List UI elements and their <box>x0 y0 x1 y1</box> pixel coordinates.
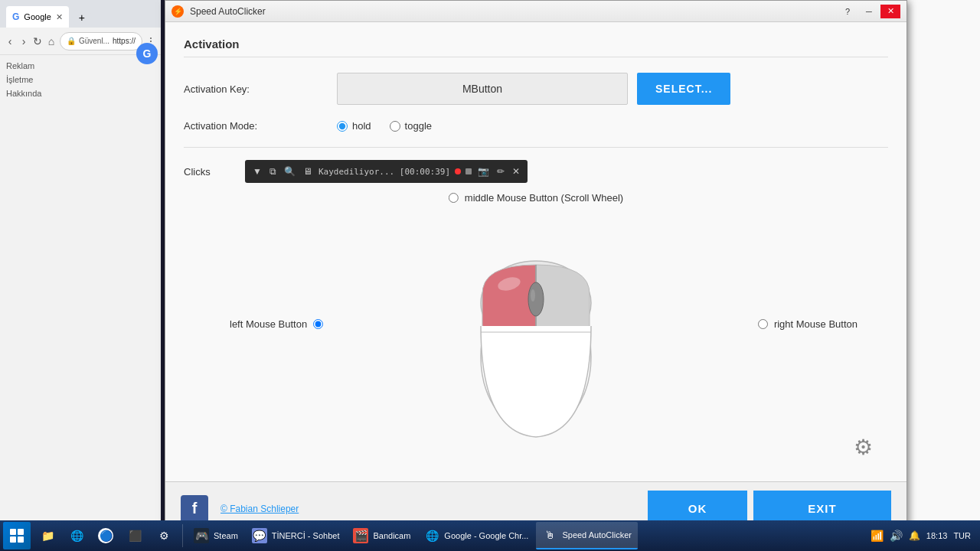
svg-point-4 <box>531 289 535 302</box>
windows-logo <box>10 529 24 543</box>
key-value: MButton <box>462 83 502 95</box>
taskbar-steam[interactable]: 🎮 Steam <box>188 522 244 549</box>
middle-mouse-option: middle Mouse Button (Scroll Wheel) <box>449 192 623 204</box>
footer-link[interactable]: © Fabian Schlieper <box>220 504 299 514</box>
taskbar-cmd[interactable]: ⬛ <box>121 522 149 549</box>
zoom-button[interactable]: 🔍 <box>283 165 297 178</box>
clicks-row: Clicks ▼ ⧉ 🔍 🖥 Kaydediliyor... [00:00:39… <box>184 160 888 183</box>
right-mouse-label: right Mouse Button <box>774 318 858 330</box>
taskbar-time: 18:13 <box>926 531 948 540</box>
activation-key-row: Activation Key: MButton SELECT... <box>184 73 888 105</box>
hold-radio[interactable] <box>337 121 348 132</box>
home-button[interactable]: ⌂ <box>46 33 57 50</box>
browser-tab-close[interactable]: ✕ <box>56 12 63 22</box>
taskbar-bandicam[interactable]: 🎬 Bandicam <box>347 522 416 549</box>
autoclicker-label: Speed AutoClicker <box>562 530 632 540</box>
time-display: 18:13 <box>926 531 948 540</box>
notification-icon: 🔔 <box>909 530 920 541</box>
user-avatar: G <box>136 43 158 64</box>
security-text: Güvenl... <box>79 37 109 45</box>
tinerci-icon: 💬 <box>252 528 267 543</box>
explorer-icon: 📁 <box>40 528 55 543</box>
activation-key-label: Activation Key: <box>184 83 337 95</box>
bandicam-label: Bandicam <box>373 531 410 540</box>
screen-button[interactable]: 🖥 <box>302 165 314 178</box>
address-text: https:// <box>113 37 136 45</box>
background-browser: G Google ✕ + ‹ › ↻ ⌂ 🔒 Güvenl... https:/… <box>0 0 161 551</box>
footer-left: f © Fabian Schlieper <box>181 495 299 523</box>
dropdown-button[interactable]: ▼ <box>251 165 263 178</box>
close-recording-button[interactable]: ✕ <box>511 165 521 178</box>
lock-icon: 🔒 <box>67 37 76 45</box>
copy-button[interactable]: ⧉ <box>268 165 278 178</box>
stop-button[interactable] <box>466 168 472 174</box>
hold-label: hold <box>352 120 371 132</box>
forward-button[interactable]: › <box>18 33 29 50</box>
steam-icon: 🎮 <box>194 528 209 543</box>
activation-mode-label: Activation Mode: <box>184 120 337 132</box>
facebook-icon[interactable]: f <box>181 495 208 523</box>
taskbar-google-chrome[interactable]: 🌐 Google - Google Chr... <box>418 522 534 549</box>
taskbar-ie[interactable]: 🌐 <box>63 522 90 549</box>
toggle-radio[interactable] <box>390 121 400 132</box>
right-mouse-radio[interactable] <box>758 319 768 329</box>
address-bar[interactable]: 🔒 Güvenl... https:// <box>60 32 142 51</box>
key-display: MButton <box>337 73 628 105</box>
browser-tab-title: Google <box>24 12 51 21</box>
section-divider <box>184 147 888 148</box>
google-chrome-icon: 🌐 <box>424 528 439 543</box>
browser-content: Reklam İşletme Hakkında <box>0 55 161 109</box>
select-button[interactable]: SELECT... <box>637 73 730 105</box>
ie-icon: 🌐 <box>69 528 84 543</box>
start-button[interactable] <box>3 522 31 549</box>
taskbar: 📁 🌐 🔵 ⬛ ⚙ 🎮 Steam 💬 TİNERCİ - Sohbet 🎬 B… <box>0 520 980 551</box>
app-content: Activation Activation Key: MButton SELEC… <box>165 22 906 481</box>
chrome-icon: 🔵 <box>98 528 113 543</box>
gear-icon[interactable]: ⚙ <box>854 435 873 460</box>
taskbar-sys-tray: 📶 🔊 🔔 18:13 TUR <box>864 530 977 542</box>
steam-label: Steam <box>214 531 238 540</box>
hold-option[interactable]: hold <box>337 120 371 132</box>
volume-icon: 🔊 <box>890 530 903 542</box>
middle-mouse-radio[interactable] <box>449 193 459 203</box>
activation-key-controls: MButton SELECT... <box>337 73 888 105</box>
taskbar-explorer[interactable]: 📁 <box>34 522 61 549</box>
app-icon: ⚡ <box>172 5 184 18</box>
tinerci-label: TİNERCİ - Sohbet <box>272 531 340 540</box>
close-button[interactable]: ✕ <box>880 5 900 18</box>
autoclicker-icon: 🖱 <box>542 527 557 543</box>
edit-button[interactable]: ✏ <box>495 165 506 178</box>
right-mouse-option: right Mouse Button <box>758 318 858 330</box>
taskbar-autoclicker[interactable]: 🖱 Speed AutoClicker <box>536 522 638 549</box>
record-dot <box>455 168 461 174</box>
left-mouse-radio[interactable] <box>313 319 323 329</box>
browser-tab[interactable]: G Google ✕ <box>6 6 69 28</box>
taskbar-tinerci[interactable]: 💬 TİNERCİ - Sohbet <box>246 522 346 549</box>
taskbar-chrome[interactable]: 🔵 <box>92 522 119 549</box>
google-chrome-label: Google - Google Chr... <box>444 531 528 540</box>
toggle-option[interactable]: toggle <box>390 120 432 132</box>
browser-tab-bar: G Google ✕ + <box>0 0 161 28</box>
back-button[interactable]: ‹ <box>5 33 15 50</box>
window-title: Speed AutoClicker <box>190 6 266 17</box>
middle-mouse-label: middle Mouse Button (Scroll Wheel) <box>465 192 623 204</box>
title-bar-controls: ? ─ ✕ <box>838 5 900 18</box>
mouse-area: middle Mouse Button (Scroll Wheel) left … <box>184 192 888 475</box>
camera-button[interactable]: 📷 <box>476 165 491 178</box>
title-bar-left: ⚡ Speed AutoClicker <box>172 5 266 18</box>
toggle-label: toggle <box>405 120 432 132</box>
svg-point-3 <box>528 282 544 316</box>
settings-icon: ⚙ <box>156 528 172 543</box>
new-tab-button[interactable]: + <box>72 8 92 28</box>
section-title: Activation <box>184 37 888 57</box>
mouse-diagram <box>459 219 612 448</box>
minimize-button[interactable]: ─ <box>859 5 879 18</box>
taskbar-settings[interactable]: ⚙ <box>150 522 178 549</box>
refresh-button[interactable]: ↻ <box>32 33 43 50</box>
title-bar: ⚡ Speed AutoClicker ? ─ ✕ <box>165 1 906 22</box>
help-button[interactable]: ? <box>838 5 858 18</box>
recording-toolbar: ▼ ⧉ 🔍 🖥 Kaydediliyor... [00:00:39] 📷 ✏ ✕ <box>245 160 528 183</box>
recording-timer: Kaydediliyor... [00:00:39] <box>318 167 450 177</box>
taskbar-separator <box>182 524 183 547</box>
bandicam-icon: 🎬 <box>353 528 368 543</box>
